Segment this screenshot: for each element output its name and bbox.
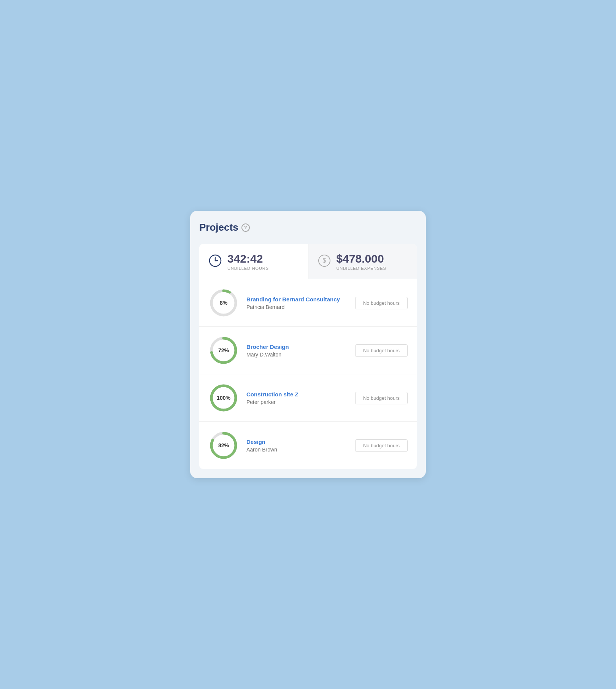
help-icon[interactable]: ? [241,223,250,232]
budget-badge: No budget hours [355,297,408,309]
project-list: 8% Branding for Bernard Consultancy Patr… [199,279,417,469]
donut-percent-label: 100% [217,395,230,401]
budget-badge: No budget hours [355,344,408,357]
donut-percent-label: 8% [220,300,227,306]
budget-badge: No budget hours [355,392,408,404]
dollar-icon: $ [318,254,331,269]
donut-chart: 72% [208,335,239,366]
svg-text:$: $ [322,257,326,264]
unbilled-expenses-value: $478.000 [337,252,386,265]
project-row: 82% Design Aaron Brown No budget hours [199,422,417,469]
project-client: Mary D.Walton [246,352,348,358]
project-info: Brocher Design Mary D.Walton [246,344,348,358]
project-row: 100% Construction site Z Peter parker No… [199,374,417,422]
project-name[interactable]: Design [246,439,348,445]
project-name[interactable]: Brocher Design [246,344,348,350]
project-info: Construction site Z Peter parker [246,391,348,405]
project-name[interactable]: Branding for Bernard Consultancy [246,296,348,303]
project-client: Aaron Brown [246,447,348,453]
title-row: Projects ? [199,220,417,238]
project-row: 8% Branding for Bernard Consultancy Patr… [199,279,417,327]
projects-card: Projects ? 342:42 UNBILLED HOURS [190,211,426,478]
unbilled-hours-info: 342:42 UNBILLED HOURS [227,252,269,271]
budget-badge: No budget hours [355,439,408,452]
unbilled-expenses-block: $ $478.000 UNBILLED EXPENSES [308,244,417,279]
unbilled-hours-label: UNBILLED HOURS [227,266,269,271]
donut-chart: 82% [208,430,239,461]
project-client: Peter parker [246,399,348,405]
unbilled-expenses-label: UNBILLED EXPENSES [337,266,386,271]
project-info: Branding for Bernard Consultancy Patrici… [246,296,348,310]
page-title: Projects [199,222,238,233]
donut-percent-label: 72% [218,347,229,353]
donut-chart: 100% [208,383,239,413]
project-info: Design Aaron Brown [246,439,348,453]
unbilled-expenses-info: $478.000 UNBILLED EXPENSES [337,252,386,271]
donut-chart: 8% [208,288,239,318]
project-row: 72% Brocher Design Mary D.Walton No budg… [199,327,417,374]
unbilled-hours-block: 342:42 UNBILLED HOURS [199,244,308,279]
clock-icon [208,254,222,269]
unbilled-hours-value: 342:42 [227,252,269,265]
inner-card: 342:42 UNBILLED HOURS $ $478.000 UNBILLE… [199,244,417,469]
project-client: Patricia Bernard [246,304,348,310]
donut-percent-label: 82% [218,442,229,448]
project-name[interactable]: Construction site Z [246,391,348,398]
stats-row: 342:42 UNBILLED HOURS $ $478.000 UNBILLE… [199,244,417,279]
